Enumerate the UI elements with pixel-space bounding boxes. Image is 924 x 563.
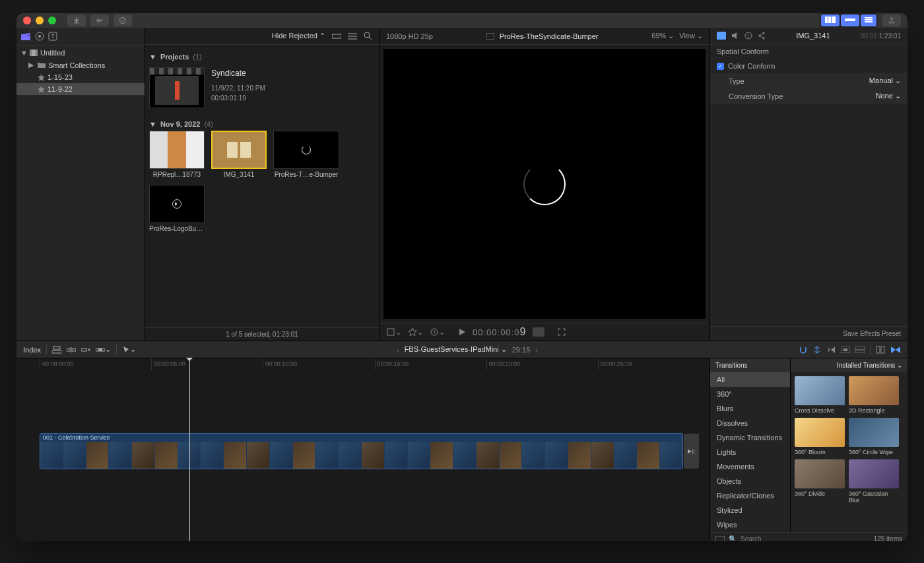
audio-inspector-icon[interactable]: [731, 32, 739, 40]
transition-category[interactable]: Dissolves: [710, 416, 790, 430]
svg-rect-29: [52, 350, 61, 353]
transition-category[interactable]: Wipes: [710, 517, 790, 532]
transitions-count: 125 items: [874, 535, 902, 541]
sidebar-item[interactable]: ▶Smart Collections: [16, 59, 145, 71]
svg-rect-5: [845, 18, 855, 21]
search-icon[interactable]: [364, 32, 372, 40]
keyword-button[interactable]: [90, 15, 109, 26]
transition-category[interactable]: 360°: [710, 387, 790, 401]
timeline-project-name[interactable]: FBS-GuestServices-IPadMini ⌄: [405, 345, 507, 354]
close-window[interactable]: [23, 17, 31, 24]
select-tool-icon[interactable]: ⌄: [122, 345, 136, 354]
play-button[interactable]: [458, 328, 466, 336]
projects-section-header[interactable]: ▼ Projects (1): [149, 50, 375, 63]
info-inspector-icon[interactable]: i: [744, 32, 752, 40]
inspector-property-row[interactable]: TypeManual ⌄: [710, 73, 908, 88]
enhance-menu-icon[interactable]: ⌄: [408, 327, 423, 337]
layout-timeline-button[interactable]: [841, 15, 859, 26]
viewer-canvas[interactable]: [383, 49, 706, 319]
transition-item[interactable]: 360° Gaussian Blur: [849, 459, 899, 504]
transform-tool-icon[interactable]: ⌄: [386, 327, 401, 337]
transition-item[interactable]: 360° Divide: [795, 459, 845, 504]
transition-category[interactable]: Replicator/Clones: [710, 488, 790, 503]
effects-browser-icon[interactable]: [876, 346, 885, 354]
snapping-icon[interactable]: [799, 346, 808, 354]
color-conform-row[interactable]: ✓ Color Conform: [710, 59, 908, 73]
property-value[interactable]: None ⌄: [876, 92, 901, 100]
view-dropdown[interactable]: View ⌄: [679, 32, 703, 40]
solo-icon[interactable]: [841, 347, 850, 353]
clip-thumbnail[interactable]: ProRes-LogoBumper: [149, 185, 205, 232]
transition-thumbnail: [849, 459, 899, 488]
transition-category[interactable]: Movements: [710, 459, 790, 474]
event-section-header[interactable]: ▼ Nov 9, 2022 (4): [149, 117, 375, 131]
audio-skim-icon[interactable]: [826, 346, 836, 354]
transition-category[interactable]: Dynamic Transitions: [710, 430, 790, 445]
zoom-dropdown[interactable]: 69% ⌄: [651, 32, 674, 40]
transitions-browser-icon[interactable]: [890, 346, 901, 354]
checkbox-checked-icon[interactable]: ✓: [717, 63, 724, 70]
transition-category[interactable]: Objects: [710, 474, 790, 488]
filmstrip-view-icon[interactable]: [332, 32, 341, 40]
sidebar-item[interactable]: 11-9-22: [16, 83, 145, 95]
track-area[interactable]: 001 - Celebration Service ▶||: [16, 370, 710, 541]
project-card[interactable]: Syndicate 11/9/22, 11:20 PM 00:03:01:19: [149, 67, 375, 108]
proxy-icon[interactable]: [486, 33, 494, 40]
primary-storyline-clip[interactable]: 001 - Celebration Service ▶||: [40, 433, 683, 469]
clip-thumbnail[interactable]: RPRepl…18773: [149, 131, 205, 178]
titles-sidebar-icon[interactable]: T: [48, 32, 57, 41]
filter-dropdown[interactable]: Hide Rejected ⌃: [272, 32, 325, 40]
timeline-history-forward[interactable]: ›: [535, 346, 538, 354]
transitions-grid-title[interactable]: Installed Transitions ⌄: [837, 362, 902, 369]
transition-item[interactable]: 360° Circle Wipe: [849, 418, 899, 455]
retime-menu-icon[interactable]: ⌄: [430, 327, 445, 337]
timeline[interactable]: 00:00:00:0000:00:05:0000:00:10:0000:00:1…: [16, 358, 710, 541]
list-view-icon[interactable]: [348, 32, 357, 40]
share-button[interactable]: [882, 15, 901, 26]
transition-item[interactable]: Cross Dissolve: [795, 376, 845, 414]
background-tasks-button[interactable]: [114, 15, 132, 26]
theme-filter-icon[interactable]: [715, 536, 725, 542]
transition-item[interactable]: 360° Bloom: [795, 418, 845, 455]
library-row[interactable]: ▼ Untitled: [16, 47, 145, 59]
property-label: Type: [717, 77, 869, 85]
zoom-window[interactable]: [48, 17, 56, 24]
timeline-index-button[interactable]: Index: [23, 346, 41, 354]
layout-sidebar-button[interactable]: [821, 15, 840, 26]
append-clip-icon[interactable]: [81, 346, 90, 354]
transition-name: 3D Rectangle: [849, 407, 899, 414]
svg-rect-14: [30, 50, 32, 56]
inspector-property-row[interactable]: Conversion TypeNone ⌄: [710, 88, 908, 104]
spatial-conform-header[interactable]: Spatial Conform: [710, 44, 908, 59]
minimize-window[interactable]: [36, 17, 44, 24]
transition-category[interactable]: Blurs: [710, 401, 790, 416]
timeline-duration: 29:15: [512, 346, 531, 354]
save-preset-button[interactable]: Save Effects Preset: [843, 330, 901, 337]
photos-icon[interactable]: [35, 32, 44, 41]
transition-category[interactable]: All: [710, 372, 790, 387]
playhead[interactable]: [189, 358, 190, 541]
import-button[interactable]: [67, 15, 86, 26]
clapper-icon[interactable]: [20, 32, 31, 41]
event-star-icon: [38, 74, 45, 81]
fullscreen-icon[interactable]: [558, 328, 566, 336]
property-value[interactable]: Manual ⌄: [869, 77, 901, 85]
share-inspector-icon[interactable]: [758, 32, 766, 40]
skimming-icon[interactable]: [813, 346, 821, 354]
clip-thumbnail[interactable]: ProRes-T…e-Bumper: [273, 131, 339, 178]
transition-category[interactable]: Stylized: [710, 503, 790, 517]
clip-appearance-icon[interactable]: [855, 347, 865, 353]
layout-inspector-button[interactable]: [861, 15, 876, 26]
timeline-history-back[interactable]: ‹: [397, 346, 399, 354]
video-inspector-icon[interactable]: [717, 32, 726, 40]
insert-clip-icon[interactable]: [67, 346, 76, 354]
overwrite-clip-icon[interactable]: ⌄: [96, 345, 111, 354]
clip-thumbnail[interactable]: IMG_3141: [211, 131, 267, 178]
sidebar-item[interactable]: 1-15-23: [16, 71, 145, 83]
chevron-icon: ▶: [28, 61, 35, 69]
transition-item[interactable]: 3D Rectangle: [849, 376, 899, 414]
connect-clip-icon[interactable]: [52, 346, 61, 354]
transitions-search-input[interactable]: [741, 535, 870, 541]
timeline-ruler[interactable]: 00:00:00:0000:00:05:0000:00:10:0000:00:1…: [16, 358, 710, 370]
transition-category[interactable]: Lights: [710, 445, 790, 459]
